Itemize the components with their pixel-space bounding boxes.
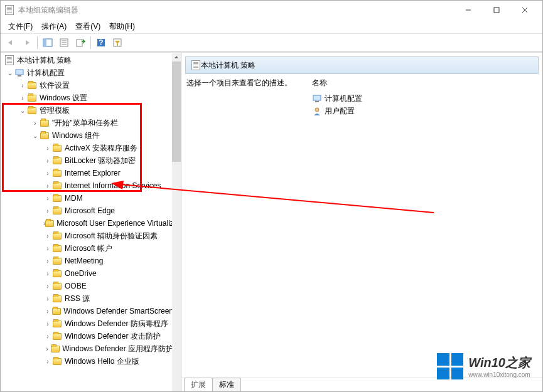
window-controls	[454, 1, 539, 19]
chevron-right-icon[interactable]: ›	[43, 231, 52, 240]
chevron-right-icon[interactable]: ›	[43, 144, 52, 152]
chevron-down-icon[interactable]: ⌄	[6, 68, 14, 77]
folder-icon	[45, 218, 54, 228]
tree-subitem[interactable]: ›Internet Explorer	[1, 167, 173, 179]
window-title: 本地组策略编辑器	[18, 5, 454, 16]
chevron-right-icon[interactable]: ›	[18, 93, 27, 102]
watermark: Win10之家 www.win10xitong.com	[437, 353, 530, 379]
computer-icon	[312, 94, 322, 103]
column-header-name[interactable]: 名称	[312, 78, 537, 88]
chevron-right-icon[interactable]: ›	[18, 81, 27, 90]
tree-subitem[interactable]: ›Microsoft User Experience Virtualizatio…	[1, 217, 173, 230]
scroll-thumb[interactable]	[172, 61, 181, 162]
chevron-right-icon[interactable]: ›	[31, 119, 40, 127]
menu-help[interactable]: 帮助(H)	[105, 20, 139, 33]
tree-root[interactable]: 本地计算机 策略	[1, 54, 173, 66]
folder-icon	[52, 319, 62, 329]
list-item-user-config[interactable]: 用户配置	[312, 105, 537, 117]
folder-icon	[27, 93, 37, 103]
filter-button[interactable]	[110, 35, 125, 50]
tree-label: Microsoft 辅助身份验证因素	[62, 231, 158, 241]
folder-icon	[52, 143, 62, 153]
folder-icon	[52, 231, 62, 241]
chevron-right-icon[interactable]: ›	[43, 206, 52, 215]
chevron-right-icon[interactable]: ›	[43, 344, 51, 353]
tree-subitem[interactable]: ›Internet Information Services	[1, 179, 173, 192]
close-button[interactable]	[510, 1, 539, 19]
chevron-down-icon[interactable]: ⌄	[31, 131, 40, 140]
chevron-down-icon[interactable]: ⌄	[18, 106, 27, 115]
toolbar: ?	[1, 33, 542, 52]
folder-icon	[27, 105, 37, 115]
tree-subitem[interactable]: ›RSS 源	[1, 292, 173, 305]
tree-scrollbar[interactable]	[172, 53, 181, 391]
tree-computer-config[interactable]: ⌄ 计算机配置	[1, 66, 173, 79]
tree-subitem[interactable]: ›Windows Defender 应用程序防护	[1, 342, 173, 355]
tree-admin-templates[interactable]: ⌄ 管理模板	[1, 104, 173, 117]
list-item-label: 用户配置	[325, 106, 355, 117]
tree-subitem[interactable]: ›NetMeeting	[1, 255, 173, 267]
toolbar-separator	[90, 36, 91, 49]
chevron-right-icon[interactable]: ›	[43, 194, 52, 203]
chevron-right-icon[interactable]: ›	[43, 294, 52, 303]
chevron-right-icon[interactable]: ›	[43, 156, 52, 165]
maximize-button[interactable]	[482, 1, 510, 19]
list-item-computer-config[interactable]: 计算机配置	[312, 92, 537, 105]
back-button[interactable]	[3, 35, 18, 50]
forward-button[interactable]	[19, 35, 35, 50]
show-hide-tree-button[interactable]	[40, 35, 55, 50]
tree-subitem[interactable]: ›Microsoft Edge	[1, 204, 173, 217]
tree-subitem[interactable]: ›Windows Defender 攻击防护	[1, 330, 173, 342]
help-button[interactable]: ?	[94, 35, 109, 50]
watermark-text: Win10之家 www.win10xitong.com	[468, 354, 530, 378]
tree-subitem[interactable]: ›Windows Hello 企业版	[1, 355, 173, 368]
chevron-right-icon[interactable]: ›	[43, 169, 52, 177]
content-area: 本地计算机 策略 ⌄ 计算机配置 › 软件设置 › Windows 设置	[1, 52, 542, 391]
tab-standard[interactable]: 标准	[212, 378, 241, 391]
svg-rect-1	[494, 8, 499, 13]
tree-subitem[interactable]: ›MDM	[1, 192, 173, 204]
tree-subitem[interactable]: ›OOBE	[1, 280, 173, 292]
detail-body: 选择一个项目来查看它的描述。 名称 计算机配置 用户配置	[181, 78, 542, 378]
tree-pane: 本地计算机 策略 ⌄ 计算机配置 › 软件设置 › Windows 设置	[1, 53, 181, 391]
tree-subitem[interactable]: ›Microsoft 帐户	[1, 242, 173, 255]
tree-label: 管理模板	[37, 105, 70, 116]
tree-subitem[interactable]: ›ActiveX 安装程序服务	[1, 142, 173, 154]
tree-subitem[interactable]: ›BitLocker 驱动器加密	[1, 154, 173, 167]
menu-file[interactable]: 文件(F)	[4, 20, 36, 33]
minimize-button[interactable]	[454, 1, 482, 19]
export-list-button[interactable]	[73, 35, 88, 50]
menu-view[interactable]: 查看(V)	[72, 20, 104, 33]
properties-button[interactable]	[56, 35, 72, 50]
tree-label: "开始"菜单和任务栏	[50, 118, 118, 129]
svg-rect-10	[77, 40, 82, 46]
detail-description: 选择一个项目来查看它的描述。	[186, 78, 312, 378]
tab-extended[interactable]: 扩展	[184, 378, 213, 391]
scroll-up-button[interactable]	[172, 53, 181, 61]
chevron-right-icon[interactable]: ›	[43, 269, 52, 278]
tree-label: Internet Explorer	[62, 169, 121, 177]
chevron-right-icon[interactable]: ›	[43, 257, 52, 265]
tree-windows-settings[interactable]: › Windows 设置	[1, 92, 173, 104]
tree-subitem[interactable]: ›Windows Defender SmartScreen	[1, 305, 173, 317]
chevron-right-icon[interactable]: ›	[43, 181, 52, 190]
chevron-right-icon[interactable]: ›	[43, 357, 52, 366]
tree-subitem[interactable]: ›Microsoft 辅助身份验证因素	[1, 230, 173, 242]
folder-icon	[52, 356, 62, 366]
chevron-right-icon[interactable]: ›	[43, 244, 52, 253]
menu-action[interactable]: 操作(A)	[38, 20, 70, 33]
chevron-right-icon[interactable]: ›	[43, 319, 52, 328]
tree-start-menu-taskbar[interactable]: › "开始"菜单和任务栏	[1, 117, 173, 129]
tree-view[interactable]: 本地计算机 策略 ⌄ 计算机配置 › 软件设置 › Windows 设置	[1, 53, 173, 391]
svg-point-18	[315, 108, 319, 112]
folder-icon	[40, 118, 50, 128]
tree-windows-components[interactable]: ⌄ Windows 组件	[1, 129, 173, 142]
chevron-right-icon[interactable]: ›	[43, 282, 52, 290]
tree-software-settings[interactable]: › 软件设置	[1, 79, 173, 92]
list-item-label: 计算机配置	[325, 93, 362, 104]
tree-subitem[interactable]: ›Windows Defender 防病毒程序	[1, 317, 173, 330]
svg-rect-5	[43, 39, 46, 46]
chevron-right-icon[interactable]: ›	[43, 332, 52, 341]
chevron-right-icon[interactable]: ›	[43, 307, 51, 315]
tree-subitem[interactable]: ›OneDrive	[1, 267, 173, 280]
